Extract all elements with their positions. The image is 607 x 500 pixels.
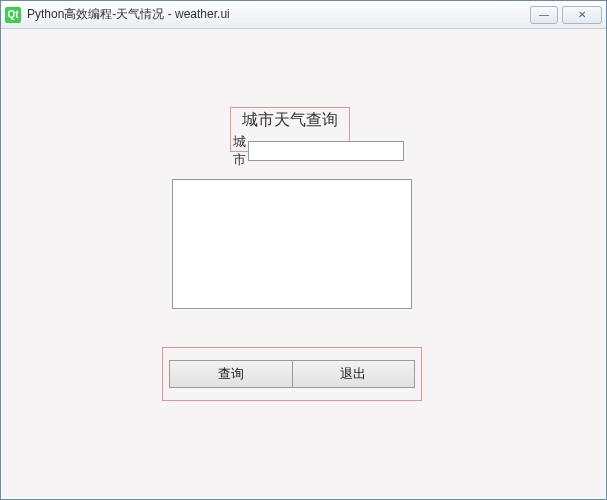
window-title: Python高效编程-天气情况 - weather.ui: [27, 6, 530, 23]
title-bar[interactable]: Qt Python高效编程-天气情况 - weather.ui — ✕: [1, 1, 606, 29]
qt-icon: Qt: [5, 7, 21, 23]
close-button[interactable]: ✕: [562, 6, 602, 24]
city-label: 城市: [233, 133, 246, 169]
minimize-button[interactable]: —: [530, 6, 558, 24]
city-input[interactable]: [248, 141, 404, 161]
city-row: 城市: [231, 133, 349, 171]
result-textarea[interactable]: [172, 179, 412, 309]
app-window: Qt Python高效编程-天气情况 - weather.ui — ✕ 城市天气…: [0, 0, 607, 500]
exit-button[interactable]: 退出: [292, 360, 416, 388]
header-group[interactable]: 城市天气查询 城市: [230, 107, 350, 152]
query-title-label: 城市天气查询: [231, 108, 349, 133]
result-text: [173, 180, 411, 308]
designer-canvas[interactable]: 城市天气查询 城市 查询 退出: [2, 29, 605, 498]
button-group[interactable]: 查询 退出: [162, 347, 422, 401]
window-controls: — ✕: [530, 6, 602, 24]
query-button[interactable]: 查询: [169, 360, 293, 388]
